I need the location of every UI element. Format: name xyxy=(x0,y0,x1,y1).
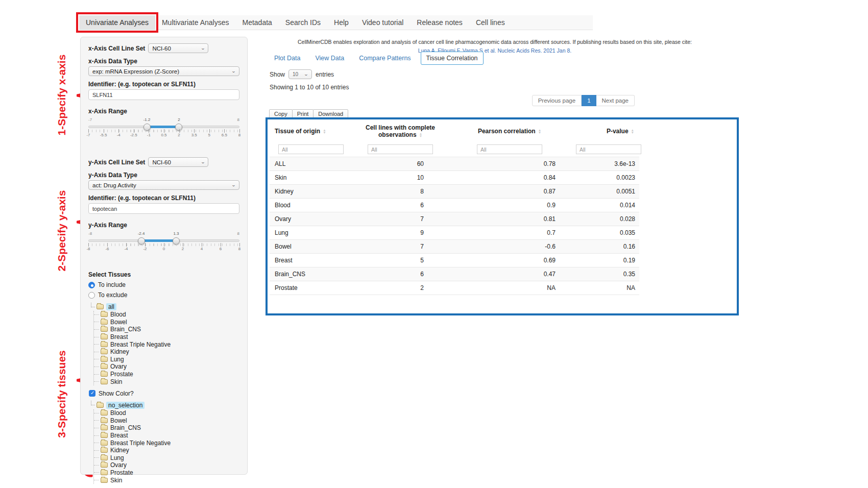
y-range-track[interactable] xyxy=(88,239,239,242)
table-row[interactable]: Prostate2NANA xyxy=(270,281,639,295)
color-tree-item-skin[interactable]: Skin xyxy=(94,476,239,484)
include-tree-item-ovary[interactable]: Ovary xyxy=(94,363,239,371)
include-tree-item-breast[interactable]: Breast xyxy=(94,333,239,341)
color-tree-root-no-selection[interactable]: no_selection xyxy=(106,402,144,409)
tree-branch-icon xyxy=(94,472,99,473)
include-tree-item-bowel[interactable]: Bowel xyxy=(94,319,239,326)
tissue-mode-option-to-include[interactable]: To include xyxy=(88,281,239,288)
folder-icon xyxy=(101,455,108,460)
tissue-correlation-table-box: Tissue of origin▲▼Cell lines with comple… xyxy=(266,117,739,315)
include-tree-item-lung[interactable]: Lung xyxy=(94,356,239,363)
sort-icon[interactable]: ▲▼ xyxy=(631,129,634,134)
nav-item-release-notes[interactable]: Release notes xyxy=(410,15,469,30)
radio-to-exclude-icon[interactable] xyxy=(88,292,95,299)
show-color-checkbox[interactable] xyxy=(89,390,95,397)
radio-to-include-icon[interactable] xyxy=(88,282,95,288)
nav-item-cell-lines[interactable]: Cell lines xyxy=(469,15,512,30)
tissue-filter-mode-radios: To includeTo exclude xyxy=(88,281,239,299)
citation-text: CellMinerCDB enables exploration and ana… xyxy=(250,38,739,46)
color-tree-item-blood[interactable]: Blood xyxy=(94,409,239,417)
x-axis-data-type-select[interactable]: exp: mRNA Expression (Z-Score) ⌄ xyxy=(88,66,239,76)
x-axis-range-label: x-Axis Range xyxy=(88,108,239,115)
table-row[interactable]: ALL600.783.6e-13 xyxy=(270,157,639,171)
x-range-track[interactable] xyxy=(88,126,239,128)
sort-icon[interactable]: ▲▼ xyxy=(419,133,422,137)
y-axis-identifier-input[interactable] xyxy=(88,203,239,214)
color-tree-item-breast[interactable]: Breast xyxy=(94,432,239,440)
include-tree-item-kidney[interactable]: Kidney xyxy=(94,348,239,356)
y-axis-range-slider[interactable]: -8-2.41.38-8-6-4-202468 xyxy=(88,231,239,258)
nav-item-search-ids[interactable]: Search IDs xyxy=(279,15,327,30)
nav-item-help[interactable]: Help xyxy=(327,15,355,30)
include-tree-item-breast-triple-negative[interactable]: Breast Triple Negative xyxy=(94,340,239,348)
tree-connector-icon xyxy=(91,303,95,307)
tab-tissue-correlation[interactable]: Tissue Correlation xyxy=(421,52,484,65)
include-tree-root-all[interactable]: all xyxy=(106,303,116,310)
table-row[interactable]: Bowel7-0.60.16 xyxy=(270,240,639,254)
sort-icon[interactable]: ▲▼ xyxy=(323,129,326,134)
x-axis-range-slider[interactable]: -7-1.228-7-5.5-4-2.5-10.523.556.58 xyxy=(88,117,239,144)
tissue-mode-option-to-exclude[interactable]: To exclude xyxy=(88,291,239,299)
x-range-from-value: -1.2 xyxy=(143,117,151,122)
folder-icon xyxy=(101,364,108,369)
chevron-down-icon: ⌄ xyxy=(304,72,308,77)
filter-input-p-value[interactable] xyxy=(576,144,641,154)
tree-branch-icon xyxy=(94,352,99,352)
nav-item-univariate-analyses[interactable]: Univariate Analyses xyxy=(79,15,155,30)
color-tree-item-kidney[interactable]: Kidney xyxy=(94,447,239,454)
table-row[interactable]: Blood60.90.014 xyxy=(270,199,639,212)
column-header-p-value[interactable]: P-value▲▼ xyxy=(571,120,639,141)
tree-branch-icon xyxy=(94,428,99,428)
folder-icon xyxy=(101,349,108,354)
sort-icon[interactable]: ▲▼ xyxy=(538,129,541,134)
previous-page-button[interactable]: Previous page xyxy=(532,95,582,106)
entries-count-select[interactable]: 10 ⌄ xyxy=(288,69,312,79)
x-range-to-value: 2 xyxy=(178,117,180,122)
tab-plot-data[interactable]: Plot Data xyxy=(269,52,305,64)
include-tree-item-blood[interactable]: Blood xyxy=(94,311,239,319)
filter-input-cell-lines-with-complete-observations[interactable] xyxy=(368,144,433,154)
nav-item-video-tutorial[interactable]: Video tutorial xyxy=(355,15,410,30)
color-tree-item-breast-triple-negative[interactable]: Breast Triple Negative xyxy=(94,439,239,447)
include-tree-item-brain-cns[interactable]: Brain_CNS xyxy=(94,326,239,333)
table-row[interactable]: Kidney80.870.0051 xyxy=(270,185,639,199)
y-range-min-label: -8 xyxy=(88,231,92,236)
table-row[interactable]: Breast50.690.19 xyxy=(270,254,639,267)
color-tree-item-brain-cns[interactable]: Brain_CNS xyxy=(94,424,239,432)
table-row[interactable]: Brain_CNS60.470.35 xyxy=(270,267,639,281)
next-page-button[interactable]: Next page xyxy=(596,95,635,106)
x-axis-cell-line-set-value: NCI-60 xyxy=(152,45,171,52)
tree-branch-icon xyxy=(94,480,99,480)
column-header-tissue-of-origin[interactable]: Tissue of origin▲▼ xyxy=(270,120,352,141)
column-header-cell-lines-with-complete-observations[interactable]: Cell lines with complete observations▲▼ xyxy=(352,120,448,141)
color-tree-item-bowel[interactable]: Bowel xyxy=(94,417,239,425)
page-number-button[interactable]: 1 xyxy=(582,95,596,106)
x-axis-cell-line-set-select[interactable]: NCI-60 ⌄ xyxy=(148,43,208,53)
table-row[interactable]: Skin100.840.0023 xyxy=(270,171,639,185)
color-tree-item-ovary[interactable]: Ovary xyxy=(94,461,239,469)
show-color-checkbox-row[interactable]: Show Color? xyxy=(89,390,239,397)
folder-icon xyxy=(101,433,108,438)
filter-input-pearson-correlation[interactable] xyxy=(477,144,542,154)
nav-item-multivariate-analyses[interactable]: Multivariate Analyses xyxy=(155,15,236,30)
table-row[interactable]: Lung90.70.035 xyxy=(270,226,639,240)
tree-branch-icon xyxy=(94,314,99,315)
show-color-label: Show Color? xyxy=(99,390,134,397)
tick-mark xyxy=(202,243,202,247)
tab-view-data[interactable]: View Data xyxy=(310,52,349,64)
column-header-pearson-correlation[interactable]: Pearson correlation▲▼ xyxy=(448,120,571,141)
color-tree-item-prostate[interactable]: Prostate xyxy=(94,469,239,477)
y-axis-cell-line-set-select[interactable]: NCI-60 ⌄ xyxy=(148,157,208,167)
y-axis-data-type-select[interactable]: act: Drug Activity ⌄ xyxy=(88,180,239,190)
include-tree-item-prostate[interactable]: Prostate xyxy=(94,371,239,378)
tree-branch-icon xyxy=(94,435,99,436)
x-axis-identifier-input[interactable] xyxy=(88,89,239,100)
color-tree-item-lung[interactable]: Lung xyxy=(94,454,239,462)
pagination: Previous page 1 Next page xyxy=(532,95,635,106)
filter-input-tissue-of-origin[interactable] xyxy=(278,144,344,154)
y-range-labels: -8-2.41.38 xyxy=(88,231,239,237)
tab-compare-patterns[interactable]: Compare Patterns xyxy=(354,52,416,64)
nav-item-metadata[interactable]: Metadata xyxy=(235,15,278,30)
include-tree-item-skin[interactable]: Skin xyxy=(94,378,239,385)
table-row[interactable]: Ovary70.810.028 xyxy=(270,212,639,226)
